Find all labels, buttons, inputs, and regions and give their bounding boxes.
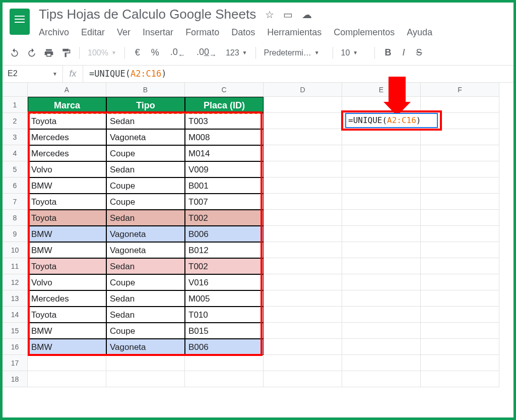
cell-D3[interactable] [264,129,342,145]
cell-E13[interactable] [342,290,421,307]
cell-B1[interactable]: Tipo [106,97,185,113]
name-box[interactable]: E2▼ [3,66,63,82]
row-header-17[interactable]: 17 [3,355,28,371]
cell-B5[interactable]: Sedan [106,161,185,177]
cell-C6[interactable]: B001 [185,177,264,194]
cell-D9[interactable] [264,226,342,242]
row-header-6[interactable]: 6 [3,177,28,194]
cell-F12[interactable] [421,274,499,290]
row-header-4[interactable]: 4 [3,145,28,161]
cell-A10[interactable]: BMW [28,242,106,258]
cell-A13[interactable]: Mercedes [28,290,106,307]
redo-icon[interactable] [27,48,37,58]
cell-D18[interactable] [264,371,342,387]
menu-ver[interactable]: Ver [117,27,131,38]
col-header-D[interactable]: D [264,83,342,97]
cell-C14[interactable]: T010 [185,307,264,323]
document-title[interactable]: Tips Hojas de Calculo Google Sheets [39,7,256,22]
row-header-5[interactable]: 5 [3,161,28,177]
cell-C2[interactable]: T003 [185,113,264,129]
cell-A7[interactable]: Toyota [28,194,106,210]
cell-E16[interactable] [342,339,421,355]
cell-F10[interactable] [421,242,499,258]
cell-B7[interactable]: Coupe [106,194,185,210]
menu-complementos[interactable]: Complementos [334,27,395,38]
cell-C7[interactable]: T007 [185,194,264,210]
cell-A4[interactable]: Mercedes [28,145,106,161]
cell-C10[interactable]: B012 [185,242,264,258]
cell-C4[interactable]: M014 [185,145,264,161]
cell-A14[interactable]: Toyota [28,307,106,323]
row-header-15[interactable]: 15 [3,323,28,339]
cell-F17[interactable] [421,355,499,371]
cell-C12[interactable]: V016 [185,274,264,290]
row-header-11[interactable]: 11 [3,258,28,274]
cell-C9[interactable]: B006 [185,226,264,242]
cell-B6[interactable]: Coupe [106,177,185,194]
col-header-B[interactable]: B [106,83,185,97]
cell-E3[interactable] [342,129,421,145]
spreadsheet-grid[interactable]: ABCDEF1MarcaTipoPlaca (ID)2ToyotaSedanT0… [3,83,513,387]
cell-B11[interactable]: Sedan [106,258,185,274]
row-header-18[interactable]: 18 [3,371,28,387]
menu-archivo[interactable]: Archivo [39,27,69,38]
font-dropdown[interactable]: Predetermi…▼ [264,48,325,57]
zoom-dropdown[interactable]: 100%▼ [88,48,116,57]
cell-A16[interactable]: BMW [28,339,106,355]
cell-F5[interactable] [421,161,499,177]
cell-B9[interactable]: Vagoneta [106,226,185,242]
cell-E10[interactable] [342,242,421,258]
number-format-dropdown[interactable]: 123▼ [226,48,247,57]
cell-F14[interactable] [421,307,499,323]
row-header-13[interactable]: 13 [3,290,28,307]
menu-formato[interactable]: Formato [185,27,219,38]
cell-E9[interactable] [342,226,421,242]
cell-B13[interactable]: Sedan [106,290,185,307]
cell-E17[interactable] [342,355,421,371]
cell-A8[interactable]: Toyota [28,210,106,226]
cell-D6[interactable] [264,177,342,194]
cell-A18[interactable] [28,371,106,387]
cell-E4[interactable] [342,145,421,161]
cell-D15[interactable] [264,323,342,339]
cell-F7[interactable] [421,194,499,210]
cell-F16[interactable] [421,339,499,355]
increase-decimal-button[interactable]: .00→ [195,46,219,60]
cell-B17[interactable] [106,355,185,371]
cell-F8[interactable] [421,210,499,226]
cell-C3[interactable]: M008 [185,129,264,145]
cell-B2[interactable]: Sedan [106,113,185,129]
undo-icon[interactable] [10,48,20,58]
cell-C16[interactable]: B006 [185,339,264,355]
move-folder-icon[interactable]: ▭ [283,9,293,21]
corner-cell[interactable] [3,83,28,97]
cell-F3[interactable] [421,129,499,145]
cell-D7[interactable] [264,194,342,210]
col-header-F[interactable]: F [421,83,499,97]
percent-button[interactable]: % [149,46,161,59]
cell-D10[interactable] [264,242,342,258]
cell-D17[interactable] [264,355,342,371]
cell-A3[interactable]: Mercedes [28,129,106,145]
cell-E12[interactable] [342,274,421,290]
cell-F13[interactable] [421,290,499,307]
cell-B15[interactable]: Coupe [106,323,185,339]
cell-E15[interactable] [342,323,421,339]
cell-C15[interactable]: B015 [185,323,264,339]
cell-F4[interactable] [421,145,499,161]
cell-D1[interactable] [264,97,342,113]
cell-D14[interactable] [264,307,342,323]
cell-E18[interactable] [342,371,421,387]
cell-E8[interactable] [342,210,421,226]
cell-A1[interactable]: Marca [28,97,106,113]
menu-editar[interactable]: Editar [81,27,105,38]
cell-D12[interactable] [264,274,342,290]
cell-C17[interactable] [185,355,264,371]
cell-F11[interactable] [421,258,499,274]
cell-D2[interactable] [264,113,342,129]
print-icon[interactable] [44,48,54,58]
menu-herramientas[interactable]: Herramientas [267,27,321,38]
cell-F1[interactable] [421,97,499,113]
bold-button[interactable]: B [383,46,394,59]
cell-C1[interactable]: Placa (ID) [185,97,264,113]
